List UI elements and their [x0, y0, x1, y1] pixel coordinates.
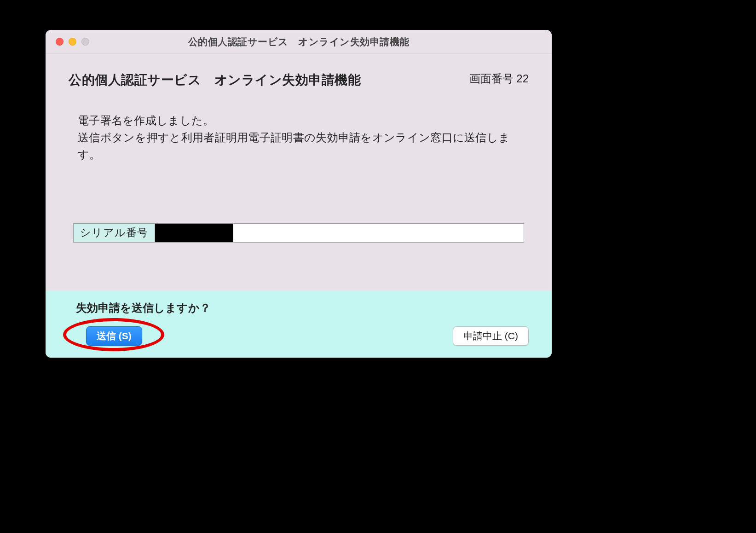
body-line-2: 送信ボタンを押すと利用者証明用電子証明書の失効申請をオンライン窓口に送信します。 — [78, 129, 529, 163]
footer: 失効申請を送信しますか？ 送信 (S) 申請中止 (C) — [46, 290, 552, 358]
maximize-icon — [81, 38, 89, 46]
titlebar: 公的個人認証サービス オンライン失効申請機能 — [46, 30, 552, 54]
traffic-lights — [56, 38, 89, 46]
button-row: 送信 (S) 申請中止 (C) — [69, 326, 529, 346]
serial-redacted — [155, 223, 233, 243]
close-icon[interactable] — [56, 38, 63, 46]
header-row: 公的個人認証サービス オンライン失効申請機能 画面番号 22 — [69, 71, 529, 89]
window-title: 公的個人認証サービス オンライン失効申請機能 — [46, 35, 552, 48]
screen-number: 画面番号 22 — [469, 71, 529, 86]
serial-label: シリアル番号 — [73, 223, 155, 243]
page-title: 公的個人認証サービス オンライン失効申請機能 — [69, 71, 361, 89]
body-text: 電子署名を作成しました。 送信ボタンを押すと利用者証明用電子証明書の失効申請をオ… — [78, 112, 529, 163]
body-line-1: 電子署名を作成しました。 — [78, 112, 529, 129]
minimize-icon[interactable] — [69, 38, 76, 46]
content-area: 公的個人認証サービス オンライン失効申請機能 画面番号 22 電子署名を作成しま… — [46, 54, 552, 290]
dialog-window: 公的個人認証サービス オンライン失効申請機能 公的個人認証サービス オンライン失… — [46, 30, 552, 358]
confirm-text: 失効申請を送信しますか？ — [76, 301, 529, 315]
send-button[interactable]: 送信 (S) — [86, 326, 142, 346]
send-button-wrap: 送信 (S) — [86, 326, 142, 346]
serial-value — [233, 223, 524, 243]
cancel-button[interactable]: 申請中止 (C) — [453, 326, 529, 346]
serial-row: シリアル番号 — [73, 223, 524, 243]
